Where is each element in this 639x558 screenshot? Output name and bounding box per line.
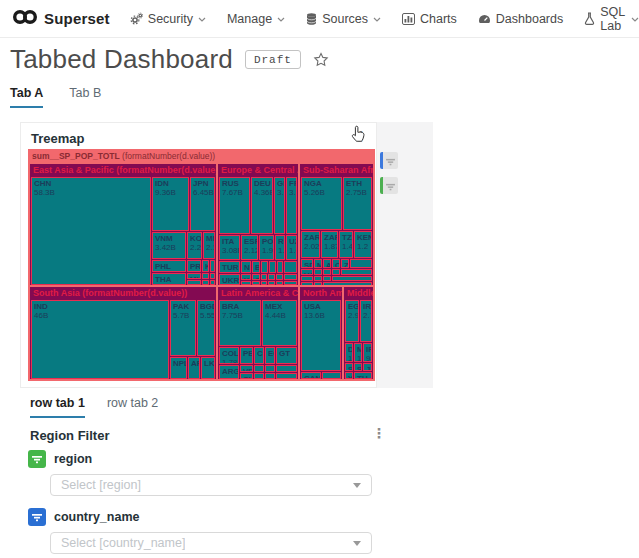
treemap-cell-mex[interactable]: MEX4.44B (262, 300, 297, 346)
treemap-cell-mmr[interactable]: MMR2.13B (203, 232, 215, 259)
treemap-cell[interactable] (261, 281, 267, 285)
nav-item-security[interactable]: Security (130, 12, 206, 26)
treemap-cell[interactable] (254, 365, 264, 372)
treemap-cell-tza[interactable]: TZA1.4 (339, 231, 353, 258)
treemap-cell-zar[interactable]: ZAR2.02B (301, 231, 320, 258)
treemap-cell-nld[interactable]: NLD (241, 261, 251, 273)
treemap-cell[interactable] (276, 373, 297, 379)
treemap-cell-tur[interactable]: TUR2.81B (219, 261, 240, 273)
treemap-cell-ind[interactable]: IND46B (31, 300, 169, 379)
treemap-cell-egy[interactable]: EGY2.97B (345, 300, 359, 342)
treemap-cell-syr[interactable]: SYR (354, 363, 362, 371)
treemap-cell-prk[interactable]: PRK (187, 260, 201, 272)
tab-tab-b[interactable]: Tab B (69, 86, 101, 108)
filter-badge-blue[interactable] (380, 152, 398, 169)
treemap-root-node[interactable]: sum__SP_POP_TOTL (formatNumber(d.value)) (32, 151, 215, 161)
treemap-cell-moz[interactable]: MOZ (301, 276, 313, 281)
treemap-cell[interactable] (276, 281, 283, 285)
treemap-cell-bgd[interactable]: BGD5.55B (197, 300, 215, 356)
treemap-cell-ita[interactable]: ITA3.08B (219, 235, 240, 260)
treemap-cell-bra[interactable]: BRA7.75B (219, 300, 261, 346)
treemap-cell-gbr[interactable]: GBR3.17B (274, 177, 285, 234)
treemap-cell-tha[interactable]: THA2.83B (152, 273, 186, 285)
more-options-icon[interactable]: ⋮ (354, 129, 368, 143)
treemap-cell[interactable] (265, 365, 275, 372)
treemap-cell-uga[interactable]: UGA (301, 269, 313, 275)
treemap-cell[interactable] (202, 280, 209, 285)
treemap-cell-aus[interactable]: AUS (187, 280, 201, 285)
treemap-cell-sau[interactable]: SAU (345, 363, 353, 371)
treemap-cell[interactable] (210, 280, 215, 285)
more-options-icon[interactable]: ⋮ (372, 426, 386, 440)
treemap-cell-sdn[interactable]: SDN (301, 259, 313, 268)
treemap-region-header[interactable]: East Asia & Pacific (formatNumber(d.valu… (30, 164, 216, 176)
superset-logo[interactable]: Superset (12, 9, 110, 29)
treemap-cell-chn[interactable]: CHN58.3B (31, 177, 151, 285)
treemap-cell-phl[interactable]: PHL3.27B (152, 260, 186, 272)
tab-tab-a[interactable]: Tab A (10, 86, 43, 108)
treemap-cell-rus[interactable]: RUS7.67B (219, 177, 250, 234)
tab-row-tab-1[interactable]: row tab 1 (30, 396, 85, 418)
treemap-cell-mys[interactable]: MYS (187, 273, 201, 279)
treemap-cell-hun[interactable]: HUN (241, 281, 251, 285)
treemap-cell[interactable] (261, 274, 267, 280)
treemap-cell-nga[interactable]: NGA5.26B (301, 177, 342, 230)
treemap-cell-uzb[interactable]: UZB1.0 (286, 235, 297, 260)
nav-item-charts[interactable]: Charts (402, 12, 457, 26)
treemap-cell-blr[interactable]: BLR (252, 281, 260, 285)
treemap-cell-arg[interactable]: ARG1.73B (219, 365, 239, 379)
treemap-cell[interactable] (322, 372, 341, 379)
treemap-cell-mar[interactable]: MAR1.28 (354, 343, 362, 362)
treemap-cell-jpn[interactable]: JPN6.45B (190, 177, 215, 231)
treemap-cell-ven[interactable]: VEN (240, 365, 253, 372)
treemap-cell-ec[interactable]: EC (265, 347, 275, 364)
treemap-cell[interactable] (202, 273, 209, 279)
treemap-cell[interactable] (210, 260, 215, 272)
treemap-cell-ukr[interactable]: UKR2.65B (219, 274, 240, 285)
treemap-cell-yem[interactable]: YEM (345, 372, 353, 379)
treemap-cell-a[interactable]: A (323, 259, 331, 268)
treemap-region-header[interactable]: Middle East & North Africa (formatNumber… (344, 287, 373, 299)
treemap-cell-dza[interactable]: DZA1.32 (345, 343, 353, 362)
treemap-cell[interactable] (261, 261, 268, 273)
treemap-cell-chl[interactable]: CHL (240, 373, 253, 379)
treemap-cell-pak[interactable]: PAK5.7B (170, 300, 196, 356)
treemap-cell-civ[interactable]: CIV (332, 259, 340, 268)
treemap-cell-fra[interactable]: FRA3.15B (286, 177, 297, 234)
treemap-cell[interactable] (284, 274, 297, 280)
treemap-cell-zaf[interactable]: ZAF1.87B (321, 231, 338, 258)
favorite-star-icon[interactable] (313, 52, 329, 67)
treemap-cell[interactable] (332, 276, 372, 281)
treemap-cell-vnm[interactable]: VNM3.42B (152, 232, 186, 259)
treemap-cell[interactable] (314, 269, 322, 275)
treemap-cell-z[interactable]: Z (341, 259, 349, 268)
treemap-region-header[interactable]: South Asia (formatNumber(d.value)) (30, 287, 216, 299)
tab-row-tab-2[interactable]: row tab 2 (107, 396, 158, 418)
treemap-cell-deu[interactable]: DEU4.36B (251, 177, 273, 234)
treemap-cell-kaz[interactable]: KAZ (241, 274, 251, 280)
treemap-cell-ken[interactable]: KEN1.2 (354, 231, 372, 258)
treemap-cell[interactable] (277, 261, 283, 273)
treemap-cell[interactable] (323, 282, 372, 285)
treemap-cell[interactable] (269, 261, 276, 273)
treemap-cell-grc[interactable]: GRC (252, 274, 260, 280)
treemap-cell[interactable] (276, 365, 297, 372)
treemap-cell-bel[interactable]: BEL (252, 261, 260, 273)
treemap-cell[interactable] (210, 273, 215, 279)
treemap-cell[interactable] (323, 269, 331, 275)
treemap-cell-eth[interactable]: ETH2.75B (343, 177, 372, 230)
treemap-cell-pol[interactable]: POL1.98B (259, 235, 274, 260)
treemap-cell-irn[interactable]: IRN2.72B (360, 300, 372, 342)
treemap-cell[interactable] (276, 274, 283, 280)
treemap-cell[interactable] (284, 261, 297, 273)
treemap-cell-lka[interactable]: LKA (201, 357, 215, 379)
treemap-cell-col[interactable]: COL1.78B (219, 347, 239, 364)
treemap-cell[interactable] (341, 269, 372, 275)
country-name-select[interactable]: Select [country_name] (50, 532, 372, 554)
treemap-cell[interactable] (314, 282, 322, 285)
nav-item-dashboards[interactable]: Dashboards (478, 12, 563, 26)
treemap-cell-rou[interactable]: ROU1.17 (275, 235, 285, 260)
treemap-region-header[interactable]: Latin America & Caribbean (formatNumber(… (218, 287, 298, 299)
treemap-cell[interactable] (284, 281, 297, 285)
treemap-cell-npl[interactable]: NPL (170, 357, 187, 379)
